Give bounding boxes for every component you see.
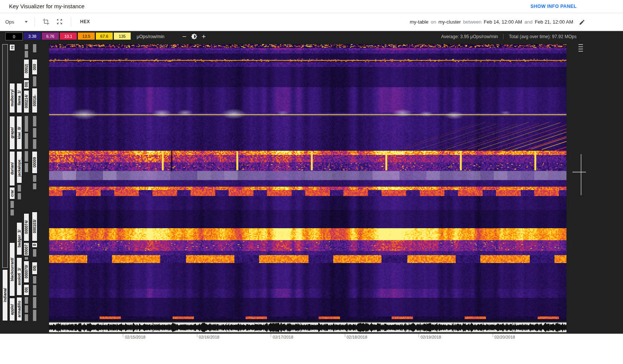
key-label[interactable]: 0 bbox=[32, 242, 37, 248]
key-range-bar bbox=[25, 51, 28, 58]
key-label[interactable]: durian/ bbox=[9, 151, 15, 186]
metric-dropdown[interactable]: Ops bbox=[5, 19, 30, 25]
timeline-date-label: 02/15/2018 bbox=[125, 335, 145, 339]
key-range-bar bbox=[25, 133, 28, 149]
key-range-bar bbox=[33, 139, 36, 149]
rail-track bbox=[581, 154, 581, 195]
key-label[interactable]: re bbox=[9, 44, 15, 51]
key-label[interactable]: 00016- bbox=[32, 88, 37, 113]
key-label[interactable]: apple/ bbox=[9, 298, 15, 321]
key-range-bar bbox=[25, 257, 28, 260]
key-range-bar bbox=[25, 151, 28, 162]
scope-summary: my-table on my-cluster between Feb 14, 1… bbox=[409, 13, 574, 31]
key-range-bar bbox=[25, 163, 28, 172]
scope-and-word: and bbox=[525, 19, 533, 25]
key-label[interactable]: 000074/ bbox=[24, 213, 29, 241]
key-range-bar bbox=[25, 44, 28, 49]
key-range-bar bbox=[33, 276, 36, 284]
total-label: Total (avg over time): 97.92 MOps bbox=[509, 34, 577, 39]
key-label[interactable]: 000214/ bbox=[24, 90, 29, 113]
rail-tick bbox=[578, 49, 583, 49]
key-labels: indiana/remulberry/grape/durian/crarblac… bbox=[0, 42, 49, 334]
legend-stop: 3.38 bbox=[24, 33, 41, 40]
key-range-bar bbox=[25, 305, 28, 313]
fullscreen-icon bbox=[56, 18, 63, 25]
key-range-bar bbox=[2, 44, 8, 268]
legend-stop: 10.1 bbox=[60, 33, 77, 40]
key-range-bar bbox=[33, 249, 36, 257]
legend-unit: μOps/row/min bbox=[137, 34, 164, 39]
timeline-tick bbox=[271, 334, 271, 337]
key-label[interactable]: armadillo bbox=[16, 297, 22, 321]
brightness-icon bbox=[191, 33, 197, 40]
key-label[interactable]: 00| bbox=[32, 262, 37, 275]
key-label[interactable]: 00009 bbox=[32, 151, 37, 174]
key-range-bar bbox=[33, 175, 36, 182]
key-range-bar bbox=[18, 185, 21, 192]
key-label[interactable]: grape/ bbox=[9, 116, 15, 150]
timeline-tick bbox=[419, 334, 419, 337]
hex-toggle-button[interactable]: HEX bbox=[76, 16, 94, 27]
key-label[interactable]: crar bbox=[9, 187, 15, 199]
key-range-bar bbox=[33, 116, 36, 126]
timeline-tick bbox=[345, 334, 345, 337]
timeline-date-label: 02/18/2018 bbox=[347, 335, 367, 339]
key-label[interactable]: 00| bbox=[24, 284, 29, 296]
toolbar: Ops HEX my-table on my-cluster between F… bbox=[0, 13, 623, 31]
key-range-bar bbox=[10, 209, 14, 215]
heatmap-canvas[interactable] bbox=[49, 44, 566, 321]
legend-stop: 6.76 bbox=[42, 33, 59, 40]
timeline-dates: 02/15/201802/16/201802/17/201802/18/2018… bbox=[0, 334, 623, 364]
key-range-bar bbox=[25, 116, 28, 132]
legend-scale: 03.386.7610.113.567.6135 bbox=[5, 33, 131, 40]
scope-between-word: between bbox=[463, 19, 481, 25]
rail-handle[interactable] bbox=[572, 172, 586, 172]
legend-stop: 13.5 bbox=[78, 33, 95, 40]
timeline-date-label: 02/17/2018 bbox=[273, 335, 293, 339]
key-range-bar bbox=[25, 297, 28, 304]
zoom-out-button[interactable]: − bbox=[179, 32, 189, 41]
key-label[interactable]: 0002| bbox=[24, 59, 29, 79]
heatmap-region: indiana/remulberry/grape/durian/crarblac… bbox=[0, 42, 623, 334]
key-range-bar bbox=[33, 183, 36, 189]
key-label[interactable]: 000070/ bbox=[24, 261, 29, 283]
edit-scope-button[interactable] bbox=[576, 16, 588, 28]
key-range-bar bbox=[33, 285, 36, 296]
crop-icon bbox=[43, 18, 49, 25]
page-title: Key Visualizer for my-instance bbox=[9, 3, 84, 9]
timeline-scrubber[interactable] bbox=[49, 322, 566, 332]
key-label[interactable]: axolotl_1/ bbox=[16, 257, 22, 296]
key-range-bar bbox=[33, 44, 36, 52]
toolbar-divider bbox=[71, 17, 71, 27]
key-range-bar bbox=[33, 76, 36, 86]
metric-dropdown-value: Ops bbox=[5, 19, 14, 25]
key-label[interactable]: 000 bbox=[32, 59, 37, 75]
key-label[interactable]: kiwi_0/ bbox=[16, 116, 22, 150]
rail-tick bbox=[578, 46, 583, 47]
key-label[interactable]: indiana/ bbox=[2, 269, 8, 321]
key-label[interactable]: badger_1/ bbox=[16, 222, 22, 255]
key-label[interactable]: llama_1/ bbox=[16, 83, 22, 113]
timeline-tick bbox=[493, 334, 493, 337]
crop-button[interactable] bbox=[39, 15, 53, 28]
edit-icon bbox=[579, 19, 585, 25]
key-label[interactable]: jackalope_ bbox=[16, 151, 22, 183]
key-label[interactable]: 000103/ bbox=[32, 212, 37, 241]
fullscreen-button[interactable] bbox=[53, 15, 66, 28]
key-range-bar bbox=[33, 297, 36, 308]
zoom-in-button[interactable]: + bbox=[199, 32, 209, 41]
key-label[interactable]: mulberry/ bbox=[9, 83, 15, 113]
rail-tick bbox=[578, 44, 583, 45]
timeline-tick bbox=[197, 334, 197, 337]
chevron-down-icon bbox=[25, 21, 28, 23]
scope-table: my-table bbox=[410, 19, 429, 25]
legend-divider bbox=[503, 34, 504, 39]
brightness-button[interactable] bbox=[189, 32, 199, 41]
show-info-panel-button[interactable]: SHOW INFO PANEL bbox=[531, 4, 577, 9]
key-label[interactable]: 00007: bbox=[24, 242, 29, 256]
key-label[interactable]: blackcurrant/ bbox=[9, 242, 15, 296]
legend-stats: Average: 3.95 μOps/row/min Total (avg ov… bbox=[441, 34, 577, 39]
timeline-tick bbox=[123, 334, 123, 337]
key-label[interactable]: 00| bbox=[24, 80, 29, 89]
average-label: Average: 3.95 μOps/row/min bbox=[441, 34, 498, 39]
